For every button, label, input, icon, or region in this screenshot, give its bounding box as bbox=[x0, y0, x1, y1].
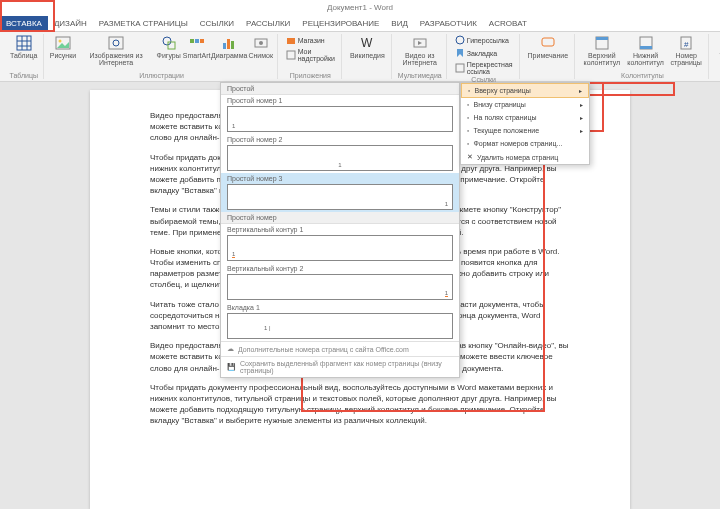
save-icon: 💾 bbox=[227, 363, 236, 371]
current-pos-icon: ▫ bbox=[467, 127, 469, 134]
gallery-item-simple-2[interactable]: Простой номер 2 1 bbox=[221, 134, 459, 173]
svg-rect-29 bbox=[596, 37, 608, 40]
screenshot-button[interactable]: Снимок bbox=[249, 34, 273, 60]
svg-point-9 bbox=[163, 37, 171, 45]
chart-button[interactable]: Диаграмма bbox=[213, 34, 246, 60]
svg-rect-26 bbox=[456, 64, 464, 72]
svg-text:#: # bbox=[684, 40, 689, 49]
smartart-icon bbox=[189, 35, 205, 51]
svg-point-18 bbox=[259, 41, 263, 45]
chevron-right-icon: ▸ bbox=[580, 114, 583, 121]
office-icon: ☁ bbox=[227, 345, 234, 353]
gallery-item-tab-1[interactable]: Вкладка 1 1 | bbox=[221, 302, 459, 341]
picture-icon bbox=[55, 35, 71, 51]
format-icon: ▫ bbox=[467, 140, 469, 147]
pictures-button[interactable]: Рисунки bbox=[50, 34, 75, 60]
online-pictures-button[interactable]: Изображения из Интернета bbox=[79, 34, 154, 67]
window-title: Документ1 - Word bbox=[0, 0, 720, 16]
preview-thumbnail: 1 bbox=[227, 274, 453, 300]
comment-button[interactable]: Примечание bbox=[526, 34, 571, 60]
submenu-remove-numbers[interactable]: ✕Удалить номера страниц bbox=[461, 150, 589, 164]
margins-icon: ▫ bbox=[467, 114, 469, 121]
smartart-button[interactable]: SmartArt bbox=[184, 34, 210, 60]
svg-rect-20 bbox=[287, 51, 295, 59]
svg-rect-16 bbox=[231, 41, 234, 49]
gallery-item-vertical-2[interactable]: Вертикальный контур 2 1 bbox=[221, 263, 459, 302]
gallery-save-selection[interactable]: 💾Сохранить выделенный фрагмент как номер… bbox=[221, 356, 459, 377]
gallery-item-vertical-1[interactable]: Вертикальный контур 1 1 bbox=[221, 224, 459, 263]
svg-point-8 bbox=[113, 40, 119, 46]
svg-text:W: W bbox=[361, 36, 373, 50]
preview-thumbnail: 1 bbox=[227, 145, 453, 171]
header-button[interactable]: Верхний колонтитул bbox=[581, 34, 622, 67]
shapes-button[interactable]: Фигуры bbox=[157, 34, 181, 60]
store-button[interactable]: Магазин bbox=[284, 34, 327, 46]
svg-marker-25 bbox=[457, 49, 463, 57]
footer-button[interactable]: Нижний колонтитул bbox=[626, 34, 666, 67]
wikipedia-icon: W bbox=[359, 35, 375, 51]
link-icon bbox=[455, 35, 465, 45]
table-icon bbox=[16, 35, 32, 51]
wikipedia-button[interactable]: WВикипедия bbox=[348, 34, 387, 60]
preview-thumbnail: 1 | bbox=[227, 313, 453, 339]
textbox-button[interactable]: AТекстовое поле bbox=[715, 34, 720, 67]
chevron-right-icon: ▸ bbox=[579, 87, 582, 94]
svg-rect-14 bbox=[223, 43, 226, 49]
svg-rect-15 bbox=[227, 39, 230, 49]
svg-rect-19 bbox=[287, 38, 295, 44]
table-button[interactable]: Таблица bbox=[8, 34, 39, 60]
svg-point-6 bbox=[58, 40, 61, 43]
crossref-icon bbox=[455, 63, 465, 73]
document-area: Видео предоставляет наглядный способ под… bbox=[0, 82, 720, 509]
tab-acrobat[interactable]: ACROBAT bbox=[483, 16, 533, 31]
online-video-button[interactable]: Видео из Интернета bbox=[398, 34, 442, 67]
preview-thumbnail: 1 bbox=[227, 106, 453, 132]
addins-icon bbox=[286, 50, 296, 60]
submenu-top-of-page[interactable]: ▫Вверху страницы▸ bbox=[461, 83, 589, 98]
svg-marker-23 bbox=[418, 41, 422, 45]
comment-icon bbox=[540, 35, 556, 51]
top-page-icon: ▫ bbox=[468, 87, 470, 94]
page-number-submenu: ▫Вверху страницы▸ ▫Внизу страницы▸ ▫На п… bbox=[460, 82, 590, 165]
shapes-icon bbox=[161, 35, 177, 51]
gallery-more-office[interactable]: ☁Дополнительные номера страниц с сайта O… bbox=[221, 341, 459, 356]
crossref-button[interactable]: Перекрестная ссылка bbox=[453, 60, 515, 76]
submenu-page-margins[interactable]: ▫На полях страницы▸ bbox=[461, 111, 589, 124]
preview-thumbnail: 1 bbox=[227, 184, 453, 210]
ribbon: Таблица Таблицы Рисунки Изображения из И… bbox=[0, 32, 720, 82]
svg-point-24 bbox=[456, 36, 464, 44]
online-picture-icon bbox=[108, 35, 124, 51]
gallery-item-simple-1[interactable]: Простой номер 1 1 bbox=[221, 95, 459, 134]
tab-vid[interactable]: ВИД bbox=[385, 16, 414, 31]
gallery-section-header: Простой bbox=[221, 83, 459, 95]
submenu-bottom-of-page[interactable]: ▫Внизу страницы▸ bbox=[461, 98, 589, 111]
chevron-right-icon: ▸ bbox=[580, 127, 583, 134]
page-number-gallery: Простой Простой номер 1 1 Простой номер … bbox=[220, 82, 460, 378]
bottom-page-icon: ▫ bbox=[467, 101, 469, 108]
addins-button[interactable]: Мои надстройки bbox=[284, 47, 337, 63]
tab-rassylki[interactable]: РАССЫЛКИ bbox=[240, 16, 296, 31]
svg-rect-13 bbox=[200, 39, 204, 43]
highlight-tab bbox=[0, 0, 55, 32]
page-number-icon: # bbox=[678, 35, 694, 51]
submenu-current-position[interactable]: ▫Текущее положение▸ bbox=[461, 124, 589, 137]
svg-rect-11 bbox=[190, 39, 194, 43]
svg-rect-0 bbox=[17, 36, 31, 50]
page-number-button[interactable]: #Номер страницы bbox=[669, 34, 704, 67]
svg-rect-27 bbox=[542, 38, 554, 46]
hyperlink-button[interactable]: Гиперссылка bbox=[453, 34, 511, 46]
ribbon-tabs: ВСТАВКА ДИЗАЙН РАЗМЕТКА СТРАНИЦЫ ССЫЛКИ … bbox=[0, 16, 720, 32]
tab-recenz[interactable]: РЕЦЕНЗИРОВАНИЕ bbox=[296, 16, 385, 31]
svg-rect-31 bbox=[640, 46, 652, 49]
gallery-section-header: Простой номер bbox=[221, 212, 459, 224]
gallery-item-simple-3[interactable]: Простой номер 3 1 bbox=[221, 173, 459, 212]
svg-rect-12 bbox=[195, 39, 199, 43]
tab-razrab[interactable]: РАЗРАБОТЧИК bbox=[414, 16, 483, 31]
submenu-format-numbers[interactable]: ▫Формат номеров страниц... bbox=[461, 137, 589, 150]
bookmark-button[interactable]: Закладка bbox=[453, 47, 499, 59]
chart-icon bbox=[221, 35, 237, 51]
tab-razmetka[interactable]: РАЗМЕТКА СТРАНИЦЫ bbox=[93, 16, 194, 31]
bookmark-icon bbox=[455, 48, 465, 58]
tab-ssylki[interactable]: ССЫЛКИ bbox=[194, 16, 240, 31]
screenshot-icon bbox=[253, 35, 269, 51]
